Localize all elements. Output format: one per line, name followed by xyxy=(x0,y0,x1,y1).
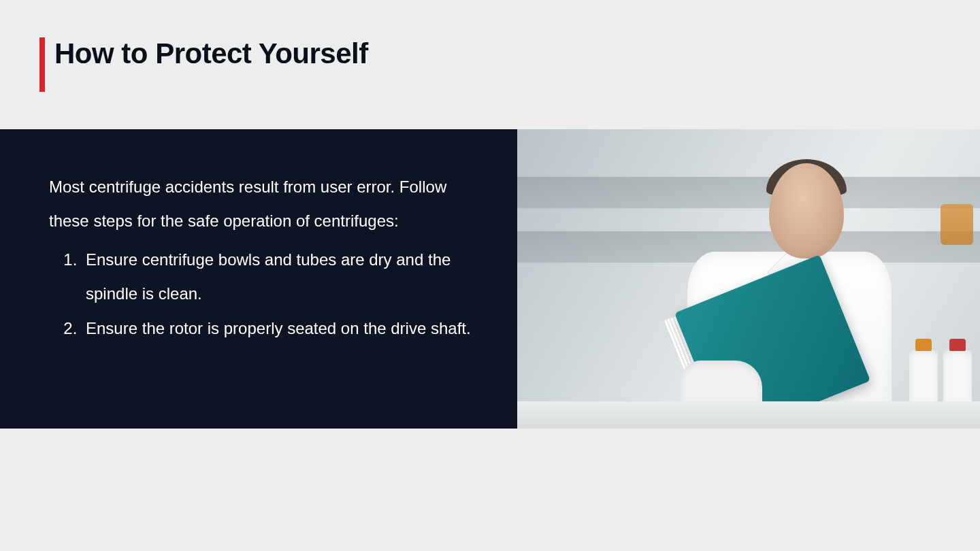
counter xyxy=(517,401,980,429)
content-band: Most centrifuge accidents result from us… xyxy=(0,129,980,429)
safety-step: Ensure the rotor is properly seated on t… xyxy=(82,312,490,346)
page-title: How to Protect Yourself xyxy=(54,37,368,69)
intro-text: Most centrifuge accidents result from us… xyxy=(49,170,490,239)
text-panel: Most centrifuge accidents result from us… xyxy=(0,129,517,429)
accent-bar xyxy=(39,37,45,92)
scientist-figure xyxy=(674,156,878,429)
safety-steps-list: Ensure centrifuge bowls and tubes are dr… xyxy=(49,243,490,346)
title-block: How to Protect Yourself xyxy=(39,37,368,92)
safety-step: Ensure centrifuge bowls and tubes are dr… xyxy=(82,243,490,312)
jar xyxy=(941,204,973,245)
lab-scientist-image xyxy=(517,129,980,429)
